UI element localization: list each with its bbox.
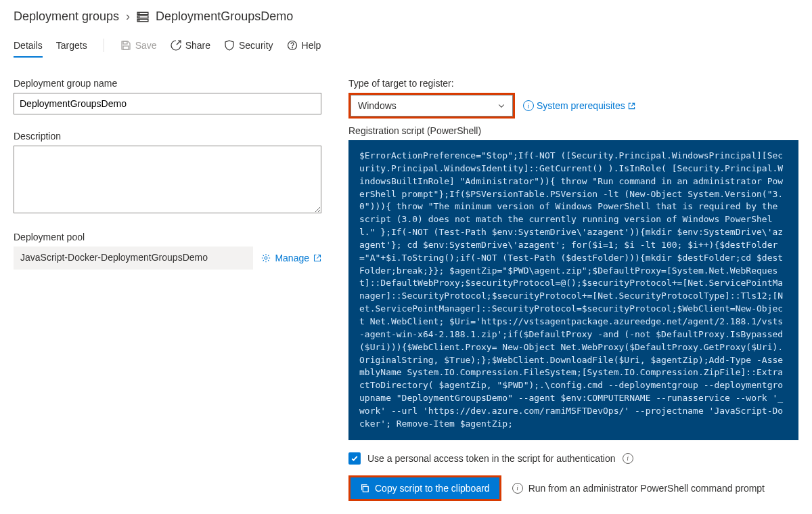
target-type-value: Windows <box>358 100 397 111</box>
svg-point-5 <box>139 20 139 20</box>
manage-label: Manage <box>275 253 309 263</box>
breadcrumb-root[interactable]: Deployment groups <box>14 9 119 24</box>
chevron-down-icon <box>497 102 505 110</box>
name-input[interactable] <box>14 93 321 114</box>
pool-label: Deployment pool <box>14 232 321 242</box>
save-button: Save <box>120 40 157 51</box>
share-label: Share <box>185 40 210 51</box>
security-label: Security <box>239 40 273 51</box>
divider <box>104 39 104 52</box>
save-icon <box>120 40 131 51</box>
prereq-link-label: System prerequisites <box>537 100 625 111</box>
tabs-row: Details Targets Save Share Security Help <box>14 32 798 59</box>
tab-targets[interactable]: Targets <box>56 36 87 55</box>
breadcrumb-current: DeploymentGroupsDemo <box>156 9 293 24</box>
tab-details[interactable]: Details <box>14 36 43 55</box>
pat-checkbox-label: Use a personal access token in the scrip… <box>367 453 616 464</box>
breadcrumb-sep-icon: › <box>126 9 130 24</box>
security-button[interactable]: Security <box>224 40 273 51</box>
breadcrumb: Deployment groups › DeploymentGroupsDemo <box>14 9 798 24</box>
name-label: Deployment group name <box>14 78 321 89</box>
svg-point-3 <box>139 13 139 14</box>
check-icon <box>351 454 359 463</box>
manage-link[interactable]: Manage <box>261 253 321 263</box>
gear-icon <box>261 253 271 263</box>
deployment-group-icon <box>137 11 149 23</box>
system-prerequisites-link[interactable]: i System prerequisites <box>523 100 635 111</box>
svg-rect-6 <box>123 41 127 44</box>
description-label: Description <box>14 131 321 142</box>
script-box[interactable]: $ErrorActionPreference="Stop";If(-NOT ([… <box>348 140 798 440</box>
svg-rect-11 <box>363 486 368 492</box>
run-hint: i Run from an administrator PowerShell c… <box>512 483 765 494</box>
copy-icon <box>360 484 369 493</box>
target-type-label: Type of target to register: <box>348 78 798 89</box>
copy-button-highlight: Copy script to the clipboard <box>348 475 501 501</box>
info-icon: i <box>512 483 523 494</box>
share-icon <box>171 40 181 51</box>
pat-checkbox[interactable] <box>348 452 361 465</box>
info-icon: i <box>523 100 534 111</box>
shield-icon <box>224 40 235 51</box>
help-button[interactable]: Help <box>287 40 321 51</box>
svg-rect-7 <box>123 46 129 49</box>
target-type-highlight: Windows <box>348 93 515 119</box>
target-type-select[interactable]: Windows <box>351 95 513 116</box>
svg-point-4 <box>139 16 139 17</box>
help-icon <box>287 40 298 51</box>
description-input[interactable] <box>14 146 321 213</box>
script-label: Registration script (PowerShell) <box>348 125 798 136</box>
external-link-icon <box>628 102 635 110</box>
svg-point-10 <box>265 257 267 259</box>
copy-button[interactable]: Copy script to the clipboard <box>351 477 499 499</box>
save-label: Save <box>135 40 157 51</box>
run-hint-text: Run from an administrator PowerShell com… <box>528 483 765 494</box>
external-link-icon <box>313 254 321 262</box>
copy-button-label: Copy script to the clipboard <box>375 483 490 494</box>
help-label: Help <box>302 40 321 51</box>
pool-value: JavaScript-Docker-DeploymentGroupsDemo <box>14 247 253 270</box>
share-button[interactable]: Share <box>171 40 210 51</box>
info-icon[interactable]: i <box>623 453 633 464</box>
svg-point-9 <box>292 47 292 48</box>
